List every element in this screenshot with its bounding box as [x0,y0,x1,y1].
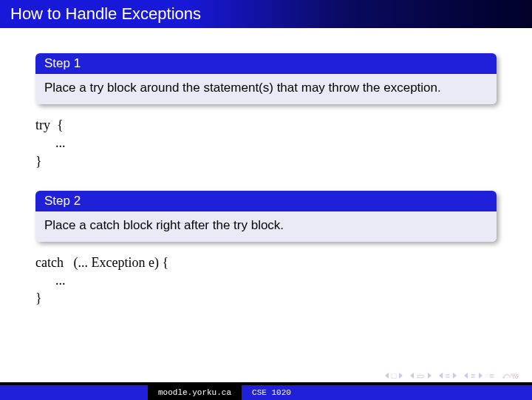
prev-slide-icon[interactable]: ▭ [410,371,431,381]
footer-bar: moodle.yorku.ca CSE 1020 [0,385,532,400]
first-slide-icon[interactable]: □ [385,371,403,380]
next-section-icon[interactable]: ≡ [464,371,482,380]
prev-section-icon[interactable]: ≡ [439,371,457,380]
nav-controls: □ ▭ ≡ ≡ ≡ ↶૧७ [0,369,532,382]
toc-icon[interactable]: ≡ [490,371,494,380]
step-2-header: Step 2 [35,191,497,211]
step-1-code: try { ... } [35,116,497,170]
step-2-code: catch (... Exception e) { ... } [35,254,497,308]
step-block-1: Step 1 Place a try block around the stat… [35,53,497,104]
step-1-header: Step 1 [35,53,497,74]
slide-content: Step 1 Place a try block around the stat… [0,28,532,308]
slide-title: How to Handle Exceptions [10,4,201,24]
slide-footer: □ ▭ ≡ ≡ ≡ ↶૧७ moodle.yorku.ca CSE 1020 [0,369,532,400]
step-1-body: Place a try block around the statement(s… [35,74,497,104]
step-block-2: Step 2 Place a catch block right after t… [35,191,497,242]
footer-course: CSE 1020 [242,385,301,400]
slide-title-bar: How to Handle Exceptions [0,0,532,28]
undo-icon[interactable]: ↶૧७ [502,371,519,381]
step-2-body: Place a catch block right after the try … [35,211,497,242]
footer-site: moodle.yorku.ca [148,385,242,400]
